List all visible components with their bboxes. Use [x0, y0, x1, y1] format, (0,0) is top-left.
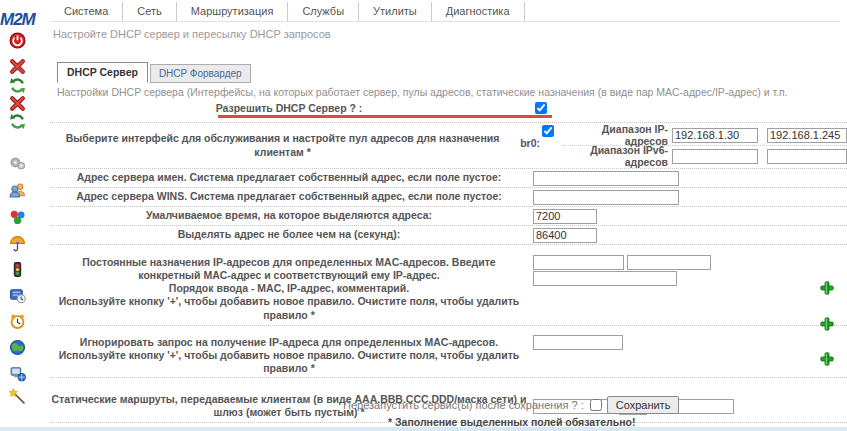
alarm-clock-icon[interactable]	[9, 313, 27, 331]
restart-services-checkbox[interactable]	[590, 399, 602, 411]
sidebar: M2M	[0, 0, 46, 431]
network-icon[interactable]	[9, 365, 27, 383]
gears-icon[interactable]	[9, 155, 27, 173]
ip-range-row: Диапазон IP-адресов	[562, 125, 847, 146]
max-lease-input[interactable]	[533, 228, 597, 243]
static-assignments-label: Постоянные назначения IP-адресов для опр…	[50, 255, 528, 322]
row-max-lease: Выделять адрес не более чем на (секунд):	[50, 226, 847, 245]
row-ignore-mac: Игнорировать запрос на получение IP-адре…	[50, 335, 847, 378]
menu-item-utilities[interactable]: Утилиты	[359, 2, 432, 21]
menu-item-routing[interactable]: Маршрутизация	[177, 2, 289, 21]
static-assignments-line1: Постоянные назначения IP-адресов для опр…	[50, 256, 528, 282]
services-icon[interactable]	[9, 209, 27, 227]
add-ignore-rule-button[interactable]	[820, 317, 834, 331]
enable-dhcp-label: Разрешить DHCP Сервер ? :	[50, 102, 528, 115]
enable-dhcp-checkbox[interactable]	[535, 102, 547, 114]
scheduler-icon[interactable]	[9, 287, 27, 305]
bottom-strip	[0, 427, 847, 431]
refresh-icon[interactable]	[9, 77, 27, 95]
power-icon[interactable]	[9, 32, 27, 50]
tab-dhcp-forwarder[interactable]: DHCP Форвардер	[150, 64, 251, 83]
ipv6-range-row: Диапазон IPv6-адресов	[562, 146, 847, 166]
default-lease-label: Умалчиваемое время, на которое выделяютс…	[50, 209, 528, 222]
menu-item-network[interactable]: Сеть	[123, 2, 176, 21]
ip-range-start-input[interactable]	[672, 128, 758, 143]
interface-br0-checkbox[interactable]	[542, 125, 554, 137]
tab-dhcp-server[interactable]: DHCP Сервер	[57, 62, 148, 83]
wins-server-label: Адрес сервера WINS. Система предлагает с…	[50, 190, 528, 203]
row-enable-dhcp: Разрешить DHCP Сервер ? :	[50, 99, 847, 123]
static-mac-input[interactable]	[533, 255, 624, 270]
globe-icon[interactable]	[9, 339, 27, 357]
required-highlight-bar	[218, 115, 552, 118]
users-icon[interactable]	[9, 182, 27, 200]
add-static-route-button[interactable]	[820, 352, 834, 366]
default-lease-input[interactable]	[533, 209, 597, 224]
ignore-mac-input[interactable]	[533, 335, 623, 350]
ignore-mac-line1: Игнорировать запрос на получение IP-адре…	[50, 336, 528, 349]
static-assignments-line2: Порядок ввода - MAC, IP-адрес, комментар…	[50, 282, 528, 295]
menu-item-services[interactable]: Службы	[288, 2, 359, 21]
dhcp-server-form: Разрешить DHCP Сервер ? : Выберите интер…	[50, 99, 847, 423]
row-default-lease: Умалчиваемое время, на которое выделяютс…	[50, 207, 847, 226]
traffic-light-icon[interactable]	[9, 261, 27, 279]
ignore-mac-label: Игнорировать запрос на получение IP-адре…	[50, 335, 528, 375]
ipv6-range-start-input[interactable]	[672, 149, 758, 164]
umbrella-icon[interactable]	[9, 235, 27, 253]
ignore-mac-line2: Используйте кнопку '+', чтобы добавить н…	[50, 349, 528, 375]
top-menu: Система Сеть Маршрутизация Службы Утилит…	[50, 2, 840, 22]
wins-server-input[interactable]	[533, 190, 679, 205]
add-static-assignment-button[interactable]	[820, 281, 834, 295]
save-row: Перезапустить сервис(ы) после сохранения…	[343, 396, 679, 414]
page-subtitle: Настройте DHCP сервер и пересылку DHCP з…	[53, 28, 331, 40]
menu-item-diagnostics[interactable]: Диагностика	[432, 2, 525, 21]
static-comment-input[interactable]	[533, 271, 677, 286]
menu-item-system[interactable]: Система	[50, 2, 123, 21]
dns-server-label: Адрес сервера имен. Система предлагает с…	[50, 171, 528, 184]
refresh-icon[interactable]	[9, 113, 27, 131]
ipv6-range-label: Диапазон IPv6-адресов	[562, 144, 672, 168]
static-ip-input[interactable]	[627, 255, 711, 270]
restart-services-label: Перезапустить сервис(ы) после сохранения…	[343, 399, 584, 411]
row-dns-server: Адрес сервера имен. Система предлагает с…	[50, 169, 847, 188]
ip-range-end-input[interactable]	[767, 128, 847, 143]
dns-server-input[interactable]	[533, 171, 679, 186]
tab-bar: DHCP Сервер DHCP Форвардер	[57, 62, 251, 83]
row-interface-pool: Выберите интерфейс для обслуживания и на…	[50, 123, 847, 169]
interface-pool-label: Выберите интерфейс для обслуживания и на…	[50, 132, 515, 158]
m2m-logo: M2M	[0, 10, 35, 30]
section-description: Настройки DHCP сервера (Интерфейсы, на к…	[57, 86, 788, 98]
interface-name-label: br0:	[520, 137, 540, 149]
row-wins-server: Адрес сервера WINS. Система предлагает с…	[50, 188, 847, 207]
row-static-assignments: Постоянные назначения IP-адресов для опр…	[50, 255, 847, 326]
delete-icon[interactable]	[9, 95, 27, 113]
ipv6-range-end-input[interactable]	[767, 149, 847, 164]
save-button[interactable]: Сохранить	[607, 396, 680, 414]
delete-icon[interactable]	[9, 58, 27, 76]
static-assignments-line3: Используйте кнопку '+', чтобы добавить н…	[50, 295, 528, 321]
max-lease-label: Выделять адрес не более чем на (секунд):	[50, 228, 528, 241]
wizard-icon[interactable]	[9, 388, 27, 406]
